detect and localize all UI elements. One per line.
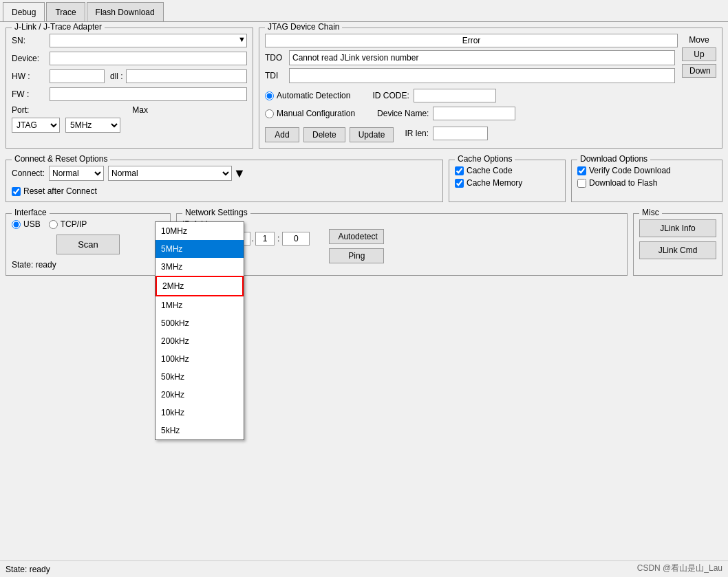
cache-panel: Cache Options Cache Code Cache Memory <box>449 160 566 202</box>
manual-config-label: Manual Configuration <box>277 109 355 118</box>
autodetect-button[interactable]: Autodetect <box>329 229 384 244</box>
jtag-content: Error TDO TDI Automatic Detection <box>265 34 716 142</box>
main-content: J-Link / J-Trace Adapter SN: ▼ Device: H… <box>0 22 728 287</box>
connect-title: Connect & Reset Options <box>12 154 110 164</box>
cache-memory-row: Cache Memory <box>455 178 559 188</box>
reset-row: Reset after Connect <box>12 186 437 196</box>
cache-memory-label: Cache Memory <box>467 178 522 188</box>
tab-trace[interactable]: Trace <box>46 2 85 21</box>
misc-panel: Misc JLink Info JLink Cmd <box>633 213 722 276</box>
max-select-container: 5MHz <box>65 118 120 133</box>
freq-1mhz[interactable]: 1MHz <box>156 296 244 314</box>
port-select[interactable]: JTAG SWD <box>12 118 60 133</box>
status-text: State: ready <box>6 565 50 574</box>
max-select[interactable]: 5MHz <box>65 118 120 133</box>
update-button[interactable]: Update <box>350 127 394 142</box>
connect-select[interactable]: Normal In-System Under Reset <box>49 166 104 181</box>
sn-dropdown-arrow[interactable]: ▼ <box>238 35 246 43</box>
scan-button[interactable]: Scan <box>56 235 120 254</box>
interface-title: Interface <box>12 208 50 217</box>
jlink-cmd-button[interactable]: JLink Cmd <box>639 241 716 259</box>
ip-dot-3: . <box>252 234 254 243</box>
freq-5khz[interactable]: 5kHz <box>156 422 244 439</box>
tdi-row: TDI <box>265 68 678 83</box>
tab-flash-download[interactable]: Flash Download <box>87 2 164 21</box>
dll-label: dll : <box>110 72 123 81</box>
ip-colon: : <box>277 234 279 243</box>
freq-50khz[interactable]: 50kHz <box>156 368 244 386</box>
cache-code-checkbox[interactable] <box>455 166 464 175</box>
ip4-input[interactable] <box>255 232 275 246</box>
manual-config-radio[interactable] <box>265 109 274 118</box>
reset-label: Reset after Connect <box>23 186 97 196</box>
state-label: State: ready <box>12 260 56 270</box>
reset-checkbox[interactable] <box>12 187 21 196</box>
auto-detect-radio-row: Automatic Detection <box>265 91 350 100</box>
usb-radio[interactable] <box>12 220 21 229</box>
connect-label: Connect: <box>12 168 45 178</box>
sn-row: SN: ▼ <box>12 34 247 47</box>
sn-input[interactable] <box>50 34 247 47</box>
jlink-title: J-Link / J-Trace Adapter <box>12 22 105 32</box>
action-row: Add Delete Update IR len: <box>265 124 678 142</box>
bottom-row: Interface USB TCP/IP Scan State: ready N… <box>6 213 722 281</box>
frequency-dropdown: 10MHz 5MHz 3MHz 2MHz 1MHz 500kHz 200kHz … <box>155 221 244 440</box>
device-name-row: Device Name: <box>377 107 515 120</box>
move-label: Move <box>689 35 709 45</box>
top-row: J-Link / J-Trace Adapter SN: ▼ Device: H… <box>6 28 722 154</box>
radio-manual-row: Manual Configuration Device Name: <box>265 107 678 120</box>
freq-2mhz[interactable]: 2MHz <box>156 276 244 296</box>
freq-500khz[interactable]: 500kHz <box>156 314 244 332</box>
device-label: Device: <box>12 54 50 63</box>
hw-label: HW : <box>12 72 50 81</box>
tdi-input[interactable] <box>289 68 675 83</box>
jlink-info-button[interactable]: JLink Info <box>639 219 716 237</box>
up-button[interactable]: Up <box>682 47 716 61</box>
normal-dropdown-arrow: ▼ <box>233 166 246 181</box>
usb-label: USB <box>23 219 41 229</box>
id-code-input[interactable] <box>414 89 496 102</box>
add-button[interactable]: Add <box>265 127 299 142</box>
interface-panel: Interface USB TCP/IP Scan State: ready <box>6 213 171 276</box>
device-name-input[interactable] <box>433 107 515 120</box>
flash-row: Download to Flash <box>577 178 716 188</box>
jtag-error-bar: Error <box>265 34 678 47</box>
port-select-row: JTAG SWD 5MHz <box>12 118 247 133</box>
fw-input[interactable] <box>50 87 247 101</box>
flash-checkbox[interactable] <box>577 179 586 188</box>
normal-select[interactable]: Normal <box>108 166 232 181</box>
device-input[interactable] <box>50 52 247 65</box>
interface-radio-row: USB TCP/IP <box>12 219 164 229</box>
network-content: IP-Address: . . . : <box>182 219 621 263</box>
ir-len-row: IR len: <box>405 127 488 140</box>
port-input[interactable] <box>282 232 310 246</box>
cache-memory-checkbox[interactable] <box>455 179 464 188</box>
jlink-panel: J-Link / J-Trace Adapter SN: ▼ Device: H… <box>6 28 253 149</box>
delete-button[interactable]: Delete <box>303 127 345 142</box>
tab-debug[interactable]: Debug <box>3 2 45 21</box>
device-name-label: Device Name: <box>377 109 429 118</box>
freq-10khz[interactable]: 10kHz <box>156 404 244 422</box>
freq-5mhz[interactable]: 5MHz <box>156 240 244 258</box>
ir-len-input[interactable] <box>433 127 488 140</box>
tdo-input[interactable] <box>289 50 675 65</box>
ping-button[interactable]: Ping <box>329 248 384 263</box>
freq-100khz[interactable]: 100kHz <box>156 350 244 368</box>
jtag-panel: JTAG Device Chain Error TDO TDI <box>259 28 722 149</box>
freq-3mhz[interactable]: 3MHz <box>156 258 244 276</box>
dll-input[interactable] <box>126 69 247 83</box>
max-label: Max <box>132 105 148 115</box>
action-buttons: Add Delete Update <box>265 127 394 142</box>
freq-200khz[interactable]: 200kHz <box>156 332 244 350</box>
tcpip-radio[interactable] <box>49 220 58 229</box>
hw-input[interactable] <box>50 69 105 83</box>
verify-checkbox[interactable] <box>577 166 586 175</box>
freq-20khz[interactable]: 20kHz <box>156 386 244 404</box>
ir-len-label: IR len: <box>405 129 429 138</box>
tcpip-label: TCP/IP <box>61 219 87 229</box>
tdo-row: TDO <box>265 50 678 65</box>
down-button[interactable]: Down <box>682 64 716 78</box>
auto-detect-radio[interactable] <box>265 91 274 100</box>
freq-10mhz[interactable]: 10MHz <box>156 222 244 240</box>
radio-auto-row: Automatic Detection ID CODE: <box>265 89 678 102</box>
